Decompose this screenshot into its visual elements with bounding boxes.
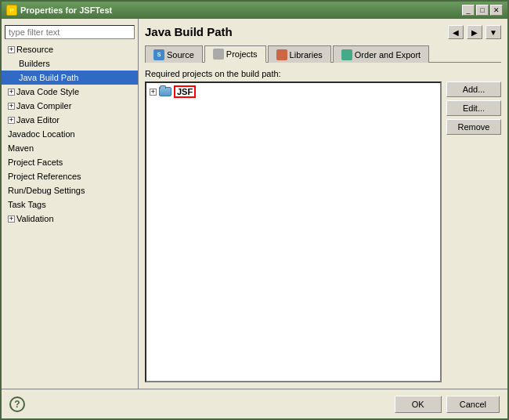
- sidebar-item-maven[interactable]: Maven: [2, 141, 138, 155]
- project-expand-icon[interactable]: [150, 89, 157, 96]
- sidebar: Resource Builders Java Build Path Java C…: [2, 19, 139, 389]
- java-editor-expand-icon[interactable]: [8, 117, 15, 124]
- order-tab-icon: [341, 49, 352, 60]
- sidebar-item-validation-label: Validation: [16, 212, 54, 225]
- list-item[interactable]: JSF: [148, 85, 439, 99]
- tab-source-label: Source: [167, 50, 194, 60]
- add-button[interactable]: Add...: [446, 81, 501, 97]
- window-title: Properties for JSFTest: [20, 5, 112, 15]
- sidebar-item-project-facets[interactable]: Project Facets: [2, 155, 138, 169]
- sidebar-item-java-editor-label: Java Editor: [16, 114, 60, 126]
- sidebar-item-resource[interactable]: Resource: [2, 42, 138, 56]
- help-button[interactable]: ?: [9, 396, 25, 412]
- source-tab-icon: S: [153, 49, 164, 60]
- content-area: JSF Add... Edit... Remove: [145, 81, 501, 382]
- resource-expand-icon[interactable]: [8, 46, 15, 53]
- sidebar-item-run-debug[interactable]: Run/Debug Settings: [2, 183, 138, 197]
- edit-button[interactable]: Edit...: [446, 100, 501, 116]
- validation-expand-icon[interactable]: [8, 215, 15, 223]
- libraries-tab-icon: [276, 49, 287, 60]
- sidebar-item-builders-label: Builders: [19, 57, 50, 70]
- project-name: JSF: [174, 85, 196, 98]
- title-buttons: _ □ ✕: [462, 5, 503, 16]
- sidebar-item-resource-label: Resource: [16, 43, 53, 56]
- filter-input[interactable]: [5, 25, 135, 39]
- right-panel: Java Build Path ◀ ▶ ▼ S Source Projects: [139, 19, 507, 389]
- projects-tab-icon: [213, 49, 224, 60]
- sidebar-item-builders[interactable]: Builders: [2, 56, 138, 71]
- tab-libraries-label: Libraries: [290, 50, 323, 60]
- bottom-bar: ? OK Cancel: [2, 389, 507, 418]
- tab-libraries[interactable]: Libraries: [268, 45, 331, 63]
- java-compiler-expand-icon[interactable]: [8, 103, 15, 110]
- sidebar-item-java-code-style-label: Java Code Style: [16, 85, 79, 98]
- dropdown-button[interactable]: ▼: [486, 25, 501, 39]
- project-folder-icon: [159, 87, 171, 96]
- nav-area: ◀ ▶ ▼: [448, 25, 501, 39]
- sidebar-item-project-facets-label: Project Facets: [8, 156, 63, 168]
- sidebar-item-task-tags-label: Task Tags: [8, 198, 46, 211]
- action-buttons: Add... Edit... Remove: [446, 81, 501, 382]
- maximize-button[interactable]: □: [476, 5, 489, 16]
- title-bar: P Properties for JSFTest _ □ ✕: [2, 2, 507, 19]
- close-button[interactable]: ✕: [490, 5, 503, 16]
- sidebar-item-validation[interactable]: Validation: [2, 212, 138, 226]
- sidebar-item-java-compiler-label: Java Compiler: [16, 100, 71, 112]
- sidebar-item-project-references[interactable]: Project References: [2, 169, 138, 183]
- sidebar-item-java-build-path-label: Java Build Path: [19, 71, 78, 84]
- java-code-style-expand-icon[interactable]: [8, 89, 15, 96]
- sidebar-item-javadoc[interactable]: Javadoc Location: [2, 127, 138, 141]
- projects-list[interactable]: JSF: [145, 81, 442, 382]
- window-icon: P: [6, 5, 17, 16]
- remove-button[interactable]: Remove: [446, 119, 501, 135]
- minimize-button[interactable]: _: [462, 5, 475, 16]
- required-label: Required projects on the build path:: [145, 69, 501, 78]
- title-bar-left: P Properties for JSFTest: [6, 5, 112, 16]
- sidebar-item-java-editor[interactable]: Java Editor: [2, 113, 138, 127]
- sidebar-item-maven-label: Maven: [8, 142, 34, 154]
- tab-order-export[interactable]: Order and Export: [333, 45, 429, 63]
- forward-button[interactable]: ▶: [467, 25, 482, 39]
- sidebar-item-project-references-label: Project References: [8, 170, 81, 183]
- dialog-buttons: OK Cancel: [395, 396, 500, 413]
- tab-projects-label: Projects: [226, 49, 258, 59]
- back-button[interactable]: ◀: [448, 25, 464, 39]
- main-content: Resource Builders Java Build Path Java C…: [2, 19, 507, 389]
- panel-title: Java Build Path: [145, 25, 233, 38]
- sidebar-item-javadoc-label: Javadoc Location: [8, 128, 75, 140]
- sidebar-item-java-compiler[interactable]: Java Compiler: [2, 99, 138, 113]
- tab-source[interactable]: S Source: [145, 45, 203, 63]
- tab-projects[interactable]: Projects: [204, 45, 266, 63]
- tab-order-export-label: Order and Export: [355, 50, 421, 60]
- sidebar-item-task-tags[interactable]: Task Tags: [2, 197, 138, 212]
- sidebar-item-run-debug-label: Run/Debug Settings: [8, 184, 85, 197]
- tabs-bar: S Source Projects Libraries Order and Ex…: [145, 45, 501, 63]
- cancel-button[interactable]: Cancel: [446, 396, 500, 413]
- ok-button[interactable]: OK: [395, 396, 442, 413]
- sidebar-item-java-code-style[interactable]: Java Code Style: [2, 85, 138, 99]
- sidebar-item-java-build-path[interactable]: Java Build Path: [2, 71, 138, 85]
- main-window: P Properties for JSFTest _ □ ✕ Resource …: [0, 0, 509, 420]
